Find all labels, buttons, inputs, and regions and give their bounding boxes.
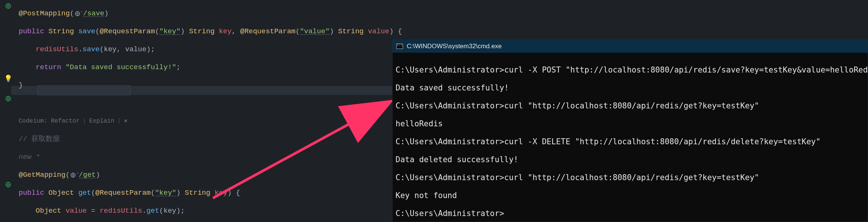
terminal-line: Key not found — [396, 191, 865, 200]
annotation: @PostMapping — [19, 9, 70, 18]
globe-icon — [74, 10, 81, 17]
endpoint-gutter-icon[interactable] — [4, 95, 12, 102]
codelens-row: Codeium: Refactor|Explain|✕ — [19, 117, 402, 126]
globe-icon — [70, 172, 77, 179]
terminal-line: C:\Users\Administrator>curl -X POST "htt… — [396, 65, 865, 74]
codelens-refactor[interactable]: Codeium: Refactor — [19, 117, 80, 126]
cmd-window[interactable]: C:\WINDOWS\system32\cmd.exe C:\Users\Adm… — [392, 40, 868, 222]
endpoint-gutter-icon[interactable] — [4, 181, 12, 188]
endpoint-gutter-icon[interactable] — [4, 2, 12, 10]
cmd-titlebar[interactable]: C:\WINDOWS\system32\cmd.exe — [393, 40, 868, 53]
cmd-title: C:\WINDOWS\system32\cmd.exe — [407, 43, 502, 50]
terminal-line: Data deleted successfully! — [396, 155, 865, 164]
annotation: @GetMapping — [19, 171, 65, 179]
terminal-line: C:\Users\Administrator>curl -X DELETE "h… — [396, 137, 865, 146]
vcs-new-marker: new * — [19, 153, 40, 161]
terminal-line: helloRedis — [396, 119, 865, 128]
terminal-line: C:\Users\Administrator> — [396, 209, 865, 218]
lightbulb-icon[interactable]: 💡 — [4, 75, 12, 82]
cmd-icon — [396, 44, 403, 49]
route-literal: /save — [83, 9, 104, 18]
cmd-output[interactable]: C:\Users\Administrator>curl -X POST "htt… — [393, 53, 868, 222]
terminal-line: Data saved successfully! — [396, 83, 865, 92]
close-icon[interactable]: ✕ — [124, 117, 128, 126]
editor-gutter: 💡 — [0, 0, 17, 222]
terminal-line: C:\Users\Administrator>curl "http://loca… — [396, 101, 865, 110]
codelens-explain[interactable]: Explain — [89, 117, 114, 126]
code-area[interactable]: @PostMapping(˅/save) public String save(… — [19, 0, 402, 222]
comment: // 获取数据 — [19, 135, 60, 143]
route-literal: /get — [79, 171, 96, 179]
terminal-line: C:\Users\Administrator>curl "http://loca… — [396, 173, 865, 182]
